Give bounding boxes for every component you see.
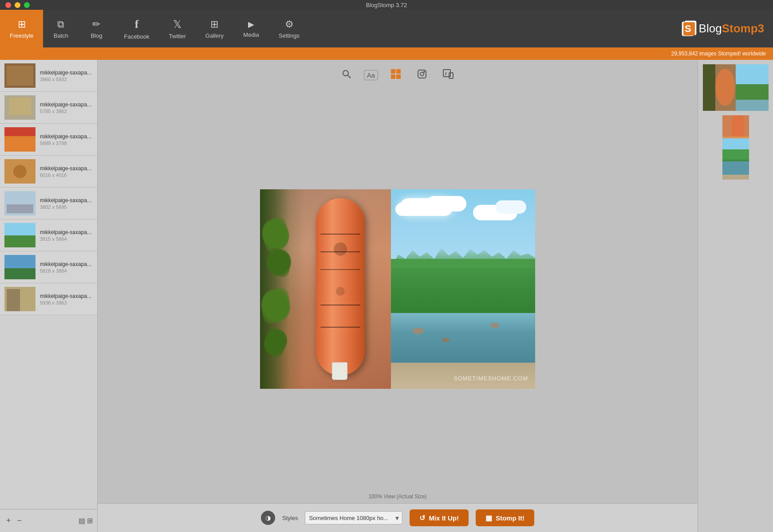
- rp-right-thumb: [736, 64, 769, 111]
- thumbnail: [4, 95, 35, 120]
- watermark-text: SOMETIMESHOME.COM: [454, 375, 528, 382]
- text-overlay-button[interactable]: Aa: [364, 70, 378, 80]
- item-dims: 3915 x 5864: [40, 236, 93, 242]
- canvas-wrapper: SOMETIMESHOME.COM: [98, 88, 698, 490]
- search-button[interactable]: [338, 67, 355, 83]
- mix-label: Mix It Up!: [429, 514, 459, 522]
- tab-media-label: Media: [243, 31, 259, 38]
- svg-text:S: S: [685, 23, 691, 34]
- list-view-button[interactable]: ▤: [79, 516, 85, 525]
- canvas-right-panel: SOMETIMESHOME.COM: [391, 189, 535, 389]
- facebook-icon: f: [135, 18, 139, 31]
- tab-blog[interactable]: ✏ Blog: [79, 10, 114, 47]
- svg-point-39: [732, 115, 744, 137]
- svg-point-28: [424, 71, 425, 72]
- facebook-share-icon: f: [443, 69, 454, 79]
- svg-rect-34: [703, 64, 715, 111]
- facebook-share-button[interactable]: f: [439, 67, 457, 83]
- search-icon: [342, 69, 351, 79]
- item-dims: 5689 x 3798: [40, 141, 93, 146]
- grid-view-button[interactable]: ⊞: [87, 516, 93, 525]
- maximize-button[interactable]: [24, 2, 30, 8]
- item-dims: 5936 x 3963: [40, 300, 93, 305]
- styles-select[interactable]: Sometimes Home 1080px ho... Default Cust…: [305, 511, 402, 524]
- logo-icon: S: [681, 20, 699, 38]
- thumbnail: [4, 159, 35, 184]
- tab-gallery-label: Gallery: [205, 32, 224, 39]
- list-item[interactable]: mikkelpaige-saxapa... 5689 x 3798: [0, 124, 97, 156]
- svg-rect-9: [4, 136, 35, 152]
- list-item[interactable]: mikkelpaige-saxapa... 3802 x 5695: [0, 188, 97, 219]
- main-toolbar: ⊞ Freestyle ⧉ Batch ✏ Blog f Facebook 𝕏 …: [0, 10, 773, 47]
- logo-stomp: Stomp: [722, 22, 758, 35]
- right-preview-2-container: [722, 115, 749, 180]
- minimize-button[interactable]: [15, 2, 20, 8]
- tab-media[interactable]: ▶ Media: [233, 10, 269, 47]
- list-item[interactable]: mikkelpaige-saxapa... 5785 x 3862: [0, 92, 97, 124]
- item-name: mikkelpaige-saxapa...: [40, 133, 93, 140]
- right-preview-2[interactable]: [722, 115, 749, 180]
- tab-freestyle[interactable]: ⊞ Freestyle: [0, 10, 43, 47]
- item-name: mikkelpaige-saxapa...: [40, 165, 93, 172]
- window-title: BlogStomp 3.72: [366, 2, 407, 8]
- tab-settings[interactable]: ⚙ Settings: [269, 10, 309, 47]
- svg-rect-17: [4, 268, 35, 279]
- list-item[interactable]: mikkelpaige-saxapa... 6016 x 4016: [0, 156, 97, 188]
- list-item[interactable]: mikkelpaige-saxapa... 5936 x 3963: [0, 283, 97, 315]
- svg-point-20: [343, 70, 348, 76]
- svg-rect-15: [4, 235, 35, 247]
- thumbnail: [4, 223, 35, 247]
- view-toggle: ▤ ⊞: [79, 516, 93, 525]
- logo-number: 3: [758, 22, 764, 35]
- bottom-bar: ◑ Styles Sometimes Home 1080px ho... Def…: [98, 503, 698, 532]
- canvas-image[interactable]: SOMETIMESHOME.COM: [260, 189, 535, 389]
- svg-rect-25: [396, 74, 401, 79]
- thumbnail: [4, 127, 35, 152]
- window-controls[interactable]: [5, 2, 30, 8]
- tab-gallery[interactable]: ⊞ Gallery: [196, 10, 233, 47]
- canvas-toolbar: Aa f: [338, 60, 457, 88]
- mix-icon: ↺: [419, 514, 425, 522]
- item-name: mikkelpaige-saxapa...: [40, 102, 93, 108]
- instagram-icon: [417, 69, 427, 79]
- tab-batch-label: Batch: [54, 32, 68, 39]
- list-item[interactable]: mikkelpaige-saxapa... 3960 x 5932: [0, 60, 97, 92]
- list-item[interactable]: mikkelpaige-saxapa... 3915 x 5864: [0, 219, 97, 251]
- item-dims: 5785 x 3862: [40, 109, 93, 114]
- item-name: mikkelpaige-saxapa...: [40, 197, 93, 203]
- instagram-button[interactable]: [414, 67, 430, 83]
- item-info: mikkelpaige-saxapa... 5818 x 3884: [40, 261, 93, 274]
- tab-facebook-label: Facebook: [124, 33, 149, 40]
- thumbnail: [4, 63, 35, 88]
- batch-icon: ⧉: [57, 19, 64, 30]
- sidebar-list: mikkelpaige-saxapa... 3960 x 5932 mikkel…: [0, 60, 97, 509]
- add-image-button[interactable]: +: [4, 515, 13, 526]
- logo-text: BlogStomp3: [699, 22, 764, 35]
- list-item[interactable]: mikkelpaige-saxapa... 5818 x 3884: [0, 251, 97, 283]
- sidebar-footer: + − ▤ ⊞: [0, 509, 97, 532]
- tab-batch[interactable]: ⧉ Batch: [43, 10, 79, 47]
- tab-twitter[interactable]: 𝕏 Twitter: [159, 10, 196, 47]
- svg-rect-31: [449, 73, 453, 78]
- rp2-bot: [722, 161, 749, 180]
- subbar-text: 29,953,842 images Stomped! worldwide: [671, 51, 766, 57]
- canvas-area: Aa f: [98, 60, 698, 532]
- svg-rect-41: [722, 149, 749, 160]
- stomp-it-button[interactable]: ▦ Stomp It!: [476, 509, 534, 526]
- thumbnail: [4, 191, 35, 215]
- right-preview-1[interactable]: [703, 64, 769, 111]
- close-button[interactable]: [5, 2, 11, 8]
- layout-button[interactable]: [387, 67, 405, 83]
- styles-label: Styles: [282, 515, 298, 521]
- svg-rect-5: [7, 66, 33, 86]
- svg-rect-23: [396, 69, 401, 74]
- svg-point-33: [715, 69, 735, 106]
- svg-rect-19: [7, 289, 20, 311]
- sidebar: mikkelpaige-saxapa... 3960 x 5932 mikkel…: [0, 60, 98, 532]
- dark-mode-toggle[interactable]: ◑: [261, 511, 275, 525]
- tab-facebook[interactable]: f Facebook: [114, 10, 159, 47]
- mix-it-up-button[interactable]: ↺ Mix It Up!: [410, 509, 469, 526]
- tab-freestyle-label: Freestyle: [10, 32, 33, 39]
- styles-dropdown[interactable]: Sometimes Home 1080px ho... Default Cust…: [305, 511, 402, 524]
- remove-image-button[interactable]: −: [16, 515, 24, 526]
